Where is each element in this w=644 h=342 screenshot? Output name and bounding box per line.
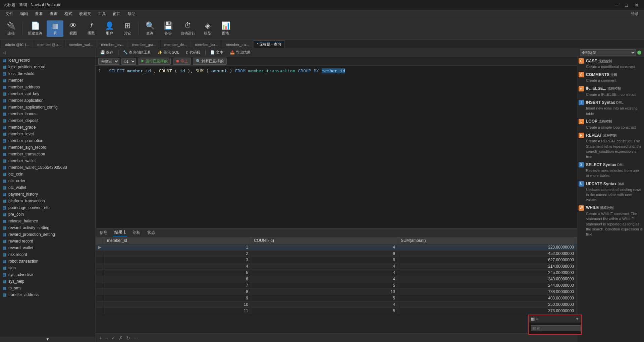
rp-item-if-else-header[interactable]: IF IF...ELSE... 流程控制 bbox=[579, 86, 643, 91]
user-button[interactable]: 👤 用户 bbox=[101, 20, 118, 37]
sidebar-item-member-application[interactable]: ▦ member application bbox=[0, 97, 95, 104]
sidebar-item-risk-record[interactable]: ▦ risk record bbox=[0, 251, 95, 258]
close-button[interactable]: ✕ bbox=[633, 2, 641, 8]
tab-untitled[interactable]: * 无标题 - 查询 bbox=[253, 41, 285, 48]
sidebar-item-member-transaction[interactable]: ▦ member_transaction bbox=[0, 151, 95, 157]
maximize-button[interactable]: □ bbox=[623, 2, 630, 8]
sidebar-item-reward-promotion-setting[interactable]: ▦ reward_promotion_setting bbox=[0, 231, 95, 238]
sidebar-item-reward-activity-setting[interactable]: ▦ reward_activity_setting bbox=[0, 224, 95, 231]
backup-button[interactable]: 💾 备份 bbox=[160, 20, 176, 37]
sidebar-item-member-api-key[interactable]: ▦ member_api_key bbox=[0, 90, 95, 97]
result-search-input[interactable] bbox=[531, 325, 581, 331]
explain-button[interactable]: 🔍 解释已选择的 bbox=[193, 58, 227, 65]
sidebar-scroll-down[interactable]: ▼ bbox=[0, 337, 95, 342]
autorun-button[interactable]: ⏱ 自动运行 bbox=[178, 20, 198, 37]
sidebar-item-otc-coin[interactable]: ▦ otc_coin bbox=[0, 171, 95, 178]
rp-item-while-header[interactable]: W WHILE 流程控制 bbox=[579, 205, 643, 211]
sidebar-item-robot-transaction[interactable]: ▦ robot transaction bbox=[0, 258, 95, 265]
sidebar-item-member-wallet[interactable]: ▦ member_wallet bbox=[0, 157, 95, 164]
menu-format[interactable]: 格式 bbox=[62, 10, 75, 17]
sidebar-item-lock-position-record[interactable]: ▦ lock_position_record bbox=[0, 64, 95, 70]
sidebar-item-reward-wallet[interactable]: ▦ reward_wallet bbox=[0, 245, 95, 251]
menu-window[interactable]: 窗口 bbox=[110, 10, 123, 17]
sidebar-item-release-balance[interactable]: ▦ release_balance bbox=[0, 218, 95, 224]
sidebar-item-sign[interactable]: ▦ sign bbox=[0, 265, 95, 271]
db-selector-2[interactable]: b1 bbox=[121, 58, 136, 65]
tab-member-de[interactable]: member_de... bbox=[161, 41, 191, 48]
result-tab-info[interactable]: 信息 bbox=[98, 229, 109, 236]
cross-button[interactable]: ✗ bbox=[118, 335, 124, 341]
tab-member-bo[interactable]: member_bo... bbox=[192, 41, 222, 48]
col-header-sum-amount[interactable]: SUM(amount) bbox=[398, 237, 577, 244]
run-selected-button[interactable]: ▶ 运行已选择的 bbox=[138, 58, 171, 65]
sidebar-item-member-sign-record[interactable]: ▦ member_sign_record bbox=[0, 144, 95, 151]
menu-query[interactable]: 查询 bbox=[47, 10, 60, 17]
sidebar-item-member-grade[interactable]: ▦ member_grade bbox=[0, 124, 95, 131]
sidebar-item-otc-order[interactable]: ▦ otc_order bbox=[0, 178, 95, 184]
sidebar-item-poundage-convert-eth[interactable]: ▦ poundage_convert_eth bbox=[0, 204, 95, 211]
sidebar-item-payment-history[interactable]: ▦ payment_history bbox=[0, 191, 95, 198]
rbb-dropdown-icon[interactable]: ▼ bbox=[575, 317, 579, 321]
more-button[interactable]: ⋯ bbox=[132, 335, 139, 341]
menu-favorites[interactable]: 收藏夹 bbox=[76, 10, 94, 17]
other-button[interactable]: ⊞ 其它 bbox=[119, 20, 136, 37]
table-button[interactable]: ▦ 表 bbox=[47, 20, 63, 37]
sidebar-item-member-bonus[interactable]: ▦ member_bonus bbox=[0, 111, 95, 117]
result-tab-profiling[interactable]: 剖析 bbox=[131, 229, 142, 236]
login-link[interactable]: 登录 bbox=[628, 10, 641, 17]
tab-member-wal[interactable]: member_wal... bbox=[65, 41, 97, 48]
result-tab-result1[interactable]: 结果 1 bbox=[113, 229, 127, 236]
rp-item-select-syntax-header[interactable]: S SELECT Syntax DML bbox=[579, 162, 643, 167]
sidebar-item-pre-coin[interactable]: ▦ pre_coin bbox=[0, 211, 95, 218]
rp-item-insert-syntax-header[interactable]: I INSERT Syntax DML bbox=[579, 100, 643, 105]
function-button[interactable]: f 函数 bbox=[83, 21, 100, 37]
sidebar-item-member-promotion[interactable]: ▦ member_promotion bbox=[0, 137, 95, 144]
sidebar-item-member-deposit[interactable]: ▦ member_deposit bbox=[0, 117, 95, 124]
add-row-button[interactable]: + bbox=[98, 335, 103, 341]
rp-item-repeat-header[interactable]: R REPEAT 流程控制 bbox=[579, 133, 643, 138]
connect-button[interactable]: 🔌 连接 bbox=[3, 20, 19, 37]
menu-file[interactable]: 文件 bbox=[3, 10, 16, 17]
text-button[interactable]: 📄 文本 bbox=[208, 49, 225, 56]
sidebar-item-member-wallet-long[interactable]: ▦ member_wallet_1556542005633 bbox=[0, 164, 95, 171]
code-snippet-button[interactable]: () 代码段 bbox=[184, 49, 202, 56]
tab-member-gra[interactable]: member_gra... bbox=[128, 41, 160, 48]
sidebar-item-tb-sms[interactable]: ▦ tb_sms bbox=[0, 285, 95, 291]
result-tab-status[interactable]: 状态 bbox=[146, 229, 157, 236]
sidebar-item-loan-record[interactable]: ▦ loan_record bbox=[0, 57, 95, 64]
tab-member-lev[interactable]: member_lev... bbox=[97, 41, 128, 48]
sidebar-item-member-address[interactable]: ▦ member_address bbox=[0, 84, 95, 90]
menu-tools[interactable]: 工具 bbox=[95, 10, 109, 17]
sidebar-item-member-level[interactable]: ▦ member_level bbox=[0, 131, 95, 137]
list-icon[interactable]: ≡ bbox=[536, 317, 538, 321]
col-header-member-id[interactable]: member_id bbox=[104, 237, 251, 244]
db-selector-1[interactable]: 检材三 bbox=[98, 58, 119, 65]
sidebar-collapse-icon[interactable]: ◁ bbox=[3, 50, 6, 55]
menu-help[interactable]: 帮助 bbox=[125, 10, 138, 17]
chart-button[interactable]: 📊 图表 bbox=[217, 20, 234, 37]
menu-edit[interactable]: 编辑 bbox=[17, 10, 31, 17]
export-result-button[interactable]: 📤 导出结果 bbox=[228, 49, 253, 56]
rp-item-comments-header[interactable]: C COMMENTS 注释 bbox=[579, 72, 643, 77]
view-button[interactable]: 👁 视图 bbox=[65, 20, 82, 37]
minimize-button[interactable]: ─ bbox=[613, 2, 621, 8]
query-btn[interactable]: 🔍 查询 bbox=[142, 20, 158, 37]
save-button[interactable]: 💾 保存 bbox=[98, 49, 115, 56]
rp-item-loop-header[interactable]: L LOOP 流程控制 bbox=[579, 119, 643, 124]
grid-icon[interactable]: ▦ bbox=[531, 317, 535, 321]
sidebar-item-platform-transaction[interactable]: ▦ platform_transaction bbox=[0, 198, 95, 204]
tick-button[interactable]: ✓ bbox=[110, 335, 116, 341]
sidebar-item-member[interactable]: ▦ member bbox=[0, 77, 95, 84]
sidebar-item-sys-help[interactable]: ▦ sys_help bbox=[0, 278, 95, 285]
sidebar-item-loss-threshold[interactable]: ▦ loss_threshold bbox=[0, 70, 95, 77]
sidebar-item-reward-record[interactable]: ▦ reward record bbox=[0, 238, 95, 245]
model-button[interactable]: ◈ 模型 bbox=[199, 20, 216, 37]
sidebar-item-otc-wallet[interactable]: ▦ otc_wallet bbox=[0, 184, 95, 191]
tab-member[interactable]: member @b... bbox=[34, 41, 64, 48]
rp-item-update-syntax-header[interactable]: U UPDATE Syntax DML bbox=[579, 181, 643, 187]
sql-editor[interactable]: 1 SELECT member_id , COUNT ( id ), SUM (… bbox=[96, 66, 577, 228]
rp-item-case-header[interactable]: C CASE 流程控制 bbox=[579, 58, 643, 64]
tab-member-tra[interactable]: member_tra... bbox=[222, 41, 252, 48]
menu-view[interactable]: 查看 bbox=[32, 10, 46, 17]
beautify-sql-button[interactable]: ✨ 美化 SQL bbox=[156, 49, 181, 56]
